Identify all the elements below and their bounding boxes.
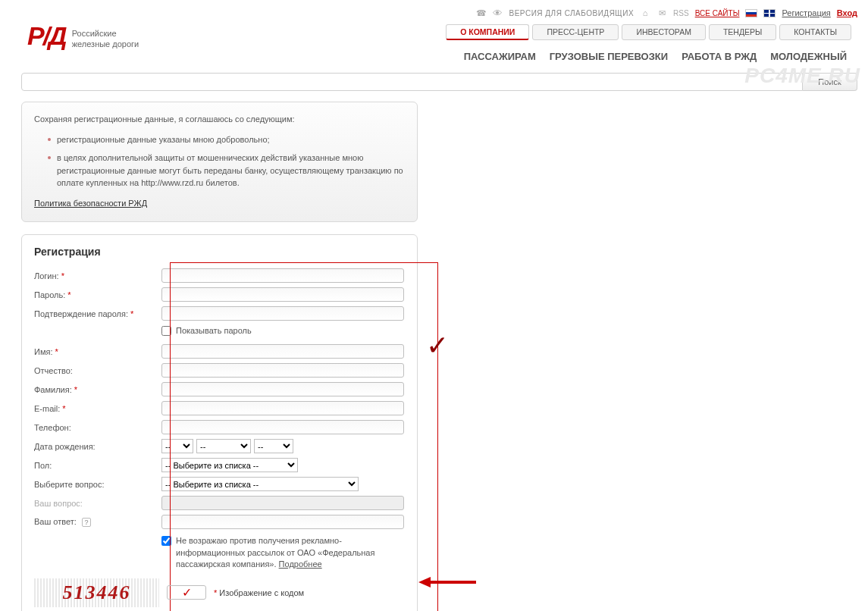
eye-icon: 👁 [493, 8, 503, 18]
tab-press[interactable]: ПРЕСС-ЦЕНТР [532, 24, 619, 40]
consent-more-link[interactable]: Подробнее [279, 559, 322, 569]
agreement-panel: Сохраняя регистрационные данные, я согла… [21, 102, 418, 222]
input-your-question [161, 496, 404, 510]
consent-text: Не возражаю против получения рекламно-ин… [176, 535, 405, 570]
nav-secondary: ПАССАЖИРАМ ГРУЗОВЫЕ ПЕРЕВОЗКИ РАБОТА В Р… [459, 45, 851, 70]
label-firstname: Имя: * [34, 347, 161, 356]
all-sites-link[interactable]: ВСЕ САЙТЫ [695, 9, 740, 17]
label-login: Логин: * [34, 271, 161, 280]
nav-primary: О КОМПАНИИ ПРЕСС-ЦЕНТР ИНВЕСТОРАМ ТЕНДЕР… [446, 24, 851, 40]
form-title: Регистрация [34, 246, 405, 258]
input-captcha[interactable]: ✓ [167, 585, 206, 600]
logo-mark: Р/Д [27, 21, 66, 51]
tab-investors[interactable]: ИНВЕСТОРАМ [622, 24, 706, 40]
checkbox-show-password[interactable] [161, 326, 171, 336]
nav-youth[interactable]: МОЛОДЕЖНЫЙ [770, 51, 847, 62]
label-dob: Дата рождения: [34, 442, 161, 451]
registration-form: Регистрация Логин: * Пароль: * Подтвержд… [21, 234, 418, 611]
label-phone: Телефон: [34, 423, 161, 432]
logo-line1: Российские [72, 29, 139, 39]
input-your-answer[interactable] [161, 515, 404, 529]
nav-passengers[interactable]: ПАССАЖИРАМ [464, 51, 536, 62]
label-captcha: * Изображение с кодом [214, 588, 304, 597]
input-firstname[interactable] [161, 344, 404, 359]
agreement-item: регистрационные данные указаны мною добр… [48, 133, 405, 146]
flag-en-icon[interactable] [763, 9, 776, 17]
input-middlename[interactable] [161, 363, 404, 378]
input-lastname[interactable] [161, 382, 404, 396]
accessibility-link[interactable]: ВЕРСИЯ ДЛЯ СЛАБОВИДЯЩИХ [509, 9, 635, 17]
input-phone[interactable] [161, 420, 404, 434]
search-button[interactable]: Поиск [803, 73, 857, 91]
register-link[interactable]: Регистрация [782, 8, 830, 17]
label-email: E-mail: * [34, 404, 161, 413]
annotation-arrow [418, 575, 476, 590]
policy-link[interactable]: Политика безопасности РЖД [34, 199, 147, 208]
input-password-confirm[interactable] [161, 306, 404, 321]
rss-link[interactable]: RSS [673, 9, 689, 17]
select-gender[interactable]: -- Выберите из списка -- [161, 458, 298, 472]
help-icon[interactable]: ? [82, 518, 91, 527]
tab-tenders[interactable]: ТЕНДЕРЫ [709, 24, 776, 40]
agreement-intro: Сохраняя регистрационные данные, я согла… [34, 113, 405, 126]
input-password[interactable] [161, 287, 404, 302]
tab-about[interactable]: О КОМПАНИИ [446, 24, 529, 40]
phone-icon: ☎ [476, 8, 487, 18]
logo-line2: железные дороги [72, 39, 139, 49]
search-input[interactable] [21, 73, 803, 91]
label-your-question: Ваш вопрос: [34, 499, 161, 508]
tab-contacts[interactable]: КОНТАКТЫ [779, 24, 851, 40]
annotation-check-icon: ✓ [168, 586, 205, 599]
home-icon[interactable]: ⌂ [640, 8, 650, 18]
nav-jobs[interactable]: РАБОТА В РЖД [682, 51, 757, 62]
captcha-image: 513446 [34, 578, 159, 607]
nav-cargo[interactable]: ГРУЗОВЫЕ ПЕРЕВОЗКИ [550, 51, 668, 62]
top-bar: ☎ 👁 ВЕРСИЯ ДЛЯ СЛАБОВИДЯЩИХ ⌂ ✉ RSS ВСЕ … [6, 5, 862, 21]
checkbox-consent[interactable] [161, 536, 171, 546]
label-middlename: Отчество: [34, 366, 161, 375]
label-lastname: Фамилия: * [34, 385, 161, 394]
mail-icon[interactable]: ✉ [656, 8, 667, 18]
select-dob-year[interactable]: -- [254, 439, 293, 453]
annotation-checkmark: ✓ [426, 330, 449, 362]
login-link[interactable]: Вход [837, 8, 857, 17]
flag-ru-icon[interactable] [745, 9, 757, 17]
label-password-confirm: Подтверждение пароля: * [34, 309, 161, 318]
label-show-password: Показывать пароль [176, 325, 252, 337]
agreement-item: в целях дополнительной защиты от мошенни… [48, 152, 405, 190]
logo-text: Российские железные дороги [72, 29, 139, 49]
svg-marker-1 [418, 577, 431, 588]
label-gender: Пол: [34, 461, 161, 470]
label-password: Пароль: * [34, 290, 161, 299]
logo[interactable]: Р/Д Российские железные дороги [27, 24, 139, 54]
search-bar: Поиск [21, 73, 857, 91]
label-your-answer: Ваш ответ: ? [34, 517, 161, 527]
select-question[interactable]: -- Выберите из списка -- [161, 477, 359, 491]
select-dob-day[interactable]: -- [161, 439, 193, 453]
label-question: Выберите вопрос: [34, 480, 161, 489]
input-login[interactable] [161, 268, 404, 283]
select-dob-month[interactable]: -- [196, 439, 251, 453]
input-email[interactable] [161, 401, 404, 415]
header: Р/Д Российские железные дороги О КОМПАНИ… [6, 21, 862, 71]
